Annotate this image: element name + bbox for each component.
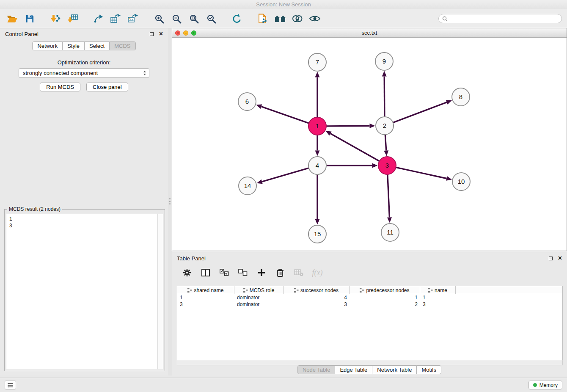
close-panel-button[interactable]: Close panel <box>86 83 128 91</box>
delete-column-button[interactable] <box>275 268 285 278</box>
table-cell: dominator <box>234 294 284 301</box>
table-cell: 3 <box>177 301 234 308</box>
column-header-label: shared name <box>194 287 223 293</box>
import-network-button[interactable] <box>48 11 63 26</box>
zoom-out-icon <box>172 14 182 24</box>
show-hide-button[interactable] <box>308 11 322 26</box>
panel-splitter[interactable] <box>168 28 172 375</box>
table-row[interactable]: 1dominator411 <box>177 294 562 301</box>
refresh-icon <box>232 14 242 24</box>
graph-edge-arrow <box>446 100 452 104</box>
network-close-button[interactable]: × <box>175 30 180 36</box>
hide-selected-button[interactable] <box>273 11 287 26</box>
tab-network-table[interactable]: Network Table <box>372 365 417 374</box>
tab-motifs[interactable]: Motifs <box>416 365 441 374</box>
graph-edge[interactable] <box>393 102 447 123</box>
column-header[interactable]: predecessor nodes <box>350 286 420 294</box>
table-panel: Table Panel × <box>172 253 567 376</box>
graph-edge[interactable] <box>326 126 370 126</box>
tab-select[interactable]: Select <box>84 41 110 50</box>
optimization-criterion-label: Optimization criterion: <box>0 59 168 66</box>
deselect-all-button[interactable] <box>238 268 248 278</box>
column-sort-icon <box>243 288 248 293</box>
table-cell: dominator <box>234 301 284 308</box>
trash-icon <box>276 268 284 277</box>
table-settings-button[interactable] <box>182 268 192 278</box>
show-columns-button[interactable] <box>201 268 211 278</box>
zoom-out-button[interactable] <box>169 11 184 26</box>
column-header[interactable]: name <box>420 286 456 294</box>
task-history-button[interactable] <box>5 381 16 389</box>
graph-node-label: 6 <box>245 98 249 105</box>
network-canvas[interactable]: 7968124314101511 <box>172 38 567 251</box>
graph-edge[interactable] <box>385 135 386 151</box>
window-title: Session: New Session <box>256 1 311 8</box>
table-cell: 2 <box>350 301 420 308</box>
network-minimize-button[interactable]: − <box>183 30 188 36</box>
refresh-button[interactable] <box>230 11 244 26</box>
table-horizontal-scrollbar[interactable] <box>177 360 563 365</box>
new-network-from-selection-button[interactable] <box>256 11 270 26</box>
tab-network[interactable]: Network <box>32 41 63 50</box>
select-all-button[interactable] <box>219 268 229 278</box>
network-graph[interactable]: 7968124314101511 <box>172 38 567 251</box>
criterion-dropdown-value: strongly connected component <box>23 70 143 76</box>
column-header[interactable]: shared name <box>177 286 234 294</box>
graph-edge[interactable] <box>396 167 447 178</box>
network-maximize-button[interactable]: + <box>191 30 196 36</box>
float-panel-icon[interactable] <box>150 32 154 36</box>
export-network-button[interactable] <box>91 11 106 26</box>
splitter-handle-icon <box>169 197 171 206</box>
close-panel-x-icon[interactable]: × <box>159 31 163 37</box>
memory-button[interactable]: Memory <box>528 381 562 389</box>
table-panel-header: Table Panel × <box>172 253 567 264</box>
zoom-fit-button[interactable] <box>187 11 201 26</box>
table-panel-title: Table Panel <box>177 255 206 262</box>
run-mcds-button[interactable]: Run MCDS <box>40 83 80 91</box>
export-network-icon <box>94 14 104 23</box>
control-panel: Control Panel × Network Style Select MCD… <box>0 28 168 375</box>
search-input[interactable] <box>450 16 558 22</box>
mcds-result-group: MCDS result (2 nodes) 1 3 <box>4 209 165 371</box>
export-image-icon <box>128 14 139 24</box>
zoom-in-button[interactable] <box>152 11 166 26</box>
graph-edge[interactable] <box>261 107 309 123</box>
homes-icon <box>274 14 286 23</box>
table-row[interactable]: 3dominator323 <box>177 301 562 308</box>
float-table-panel-icon[interactable] <box>549 257 553 260</box>
export-image-button[interactable] <box>126 11 140 26</box>
zoom-selected-button[interactable] <box>204 11 218 26</box>
main-toolbar <box>0 9 567 28</box>
save-session-button[interactable] <box>22 11 37 26</box>
graph-edge-arrow <box>387 217 392 223</box>
add-column-button[interactable] <box>256 268 267 278</box>
graph-node-label: 4 <box>316 162 319 169</box>
result-scrollbar[interactable] <box>158 214 163 369</box>
tab-mcds[interactable]: MCDS <box>109 41 135 50</box>
import-table-button[interactable] <box>66 11 80 26</box>
graph-edge-arrow <box>315 151 320 156</box>
export-table-button[interactable] <box>109 11 123 26</box>
open-session-button[interactable] <box>5 11 19 26</box>
close-table-panel-x-icon[interactable]: × <box>558 255 562 261</box>
column-header-label: MCDS role <box>250 287 275 293</box>
column-header[interactable]: successor nodes <box>284 286 350 294</box>
table-cell: 1 <box>420 294 456 301</box>
search-box[interactable] <box>438 14 562 23</box>
graph-edge[interactable] <box>388 174 389 218</box>
graph-edge[interactable] <box>330 133 380 161</box>
graph-edge[interactable] <box>262 168 309 182</box>
criterion-dropdown[interactable]: strongly connected component <box>19 68 149 78</box>
table-cell: 4 <box>284 294 350 301</box>
tab-style[interactable]: Style <box>62 41 85 50</box>
apply-style-button[interactable] <box>290 11 305 26</box>
graph-edge[interactable] <box>384 76 385 117</box>
tab-edge-table[interactable]: Edge Table <box>335 365 372 374</box>
column-header-label: predecessor nodes <box>366 287 409 293</box>
tab-node-table[interactable]: Node Table <box>297 365 336 374</box>
mcds-result-list[interactable]: 1 3 <box>6 214 157 369</box>
column-header[interactable]: MCDS role <box>234 286 284 294</box>
apply-style-icon <box>292 14 303 23</box>
table-cell: 3 <box>420 301 456 308</box>
eye-icon <box>309 15 320 22</box>
